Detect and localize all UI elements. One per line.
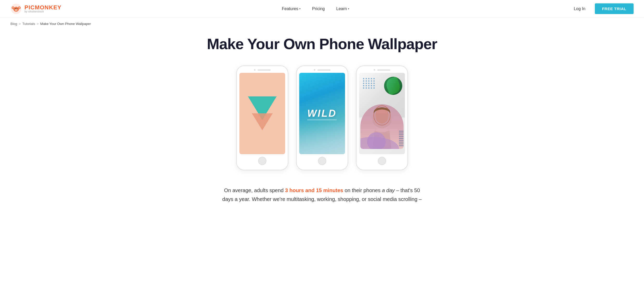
main-nav: Features ▾ Pricing Learn ▾ xyxy=(277,4,354,13)
triangle-rose xyxy=(252,113,273,130)
nav-features[interactable]: Features ▾ xyxy=(277,4,305,13)
phone-speaker xyxy=(258,69,271,71)
body-italic: a day xyxy=(382,187,395,193)
phone-2: WILD xyxy=(296,66,348,170)
login-button[interactable]: Log In xyxy=(570,4,589,13)
phone-home-button-2 xyxy=(318,157,326,165)
person-photo xyxy=(360,104,404,149)
breadcrumb-tutorials[interactable]: Tutorials xyxy=(22,22,35,26)
phone-3-wrapper xyxy=(356,66,408,170)
body-highlight: 3 hours and 15 minutes xyxy=(285,187,343,193)
page-title: Make Your Own Phone Wallpaper xyxy=(207,35,437,53)
svg-point-9 xyxy=(17,8,17,9)
phone-2-screen: WILD xyxy=(299,73,345,154)
free-trial-button[interactable]: FREE TRIAL xyxy=(595,3,634,14)
phone-2-content: WILD xyxy=(299,73,345,154)
body-text: On average, adults spend 3 hours and 15 … xyxy=(218,186,426,204)
svg-point-6 xyxy=(18,7,20,9)
phone-1-bottom xyxy=(239,157,285,165)
body-text-before: On average, adults spend xyxy=(224,187,285,193)
svg-point-5 xyxy=(12,7,14,9)
phone-3-screen xyxy=(359,73,405,154)
phone-3 xyxy=(356,66,408,170)
phone-speaker-2 xyxy=(317,69,330,71)
body-text-middle: on their phones xyxy=(343,187,382,193)
svg-point-8 xyxy=(15,8,16,9)
nav-learn[interactable]: Learn ▾ xyxy=(331,4,354,13)
header: PICMONKEY by shutterstock Features ▾ Pri… xyxy=(0,0,644,18)
logo-subtitle: by shutterstock xyxy=(24,10,61,13)
phone-1-top xyxy=(239,69,285,71)
phone-2-wrapper: WILD xyxy=(296,66,348,170)
wild-underline xyxy=(307,120,337,120)
phone-2-top xyxy=(299,69,345,71)
breadcrumb-separator-2: > xyxy=(37,22,39,26)
ocean-waves xyxy=(299,122,345,154)
logo[interactable]: PICMONKEY by shutterstock xyxy=(10,3,61,15)
phone-home-button xyxy=(258,157,266,165)
phone-3-top xyxy=(359,69,405,71)
main-content: Make Your Own Phone Wallpaper xyxy=(0,30,644,219)
phone-3-content xyxy=(359,73,405,154)
phone-1-screen xyxy=(239,73,285,154)
breadcrumb: Blog > Tutorials > Make Your Own Phone W… xyxy=(0,18,644,30)
breadcrumb-current: Make Your Own Phone Wallpaper xyxy=(40,22,91,26)
phone-speaker-3 xyxy=(377,69,390,71)
phone-1-wrapper xyxy=(236,66,288,170)
stripe-pattern xyxy=(399,131,404,149)
chevron-down-icon-2: ▾ xyxy=(348,7,349,10)
svg-point-7 xyxy=(15,9,18,11)
dot-pattern xyxy=(363,78,375,89)
triangle-design xyxy=(248,96,277,130)
header-right: Log In FREE TRIAL xyxy=(570,3,634,14)
logo-icon xyxy=(10,3,22,15)
phone-camera-icon xyxy=(254,69,256,71)
plant-circle xyxy=(384,77,402,95)
phone-home-button-3 xyxy=(378,157,386,165)
logo-text: PICMONKEY by shutterstock xyxy=(24,5,61,13)
phone-3-bottom xyxy=(359,157,405,165)
phone-camera-icon-2 xyxy=(314,69,315,71)
phone-1 xyxy=(236,66,288,170)
breadcrumb-blog[interactable]: Blog xyxy=(10,22,17,26)
logo-name: PICMONKEY xyxy=(24,5,61,10)
breadcrumb-separator-1: > xyxy=(19,22,21,26)
leaf-icon xyxy=(384,77,402,95)
phone-2-bottom xyxy=(299,157,345,165)
wild-text: WILD xyxy=(307,108,337,119)
phone-1-content xyxy=(239,73,285,154)
phone-camera-icon-3 xyxy=(374,69,375,71)
chevron-down-icon: ▾ xyxy=(299,7,301,10)
nav-pricing[interactable]: Pricing xyxy=(307,4,329,13)
phones-container: WILD xyxy=(236,66,408,170)
